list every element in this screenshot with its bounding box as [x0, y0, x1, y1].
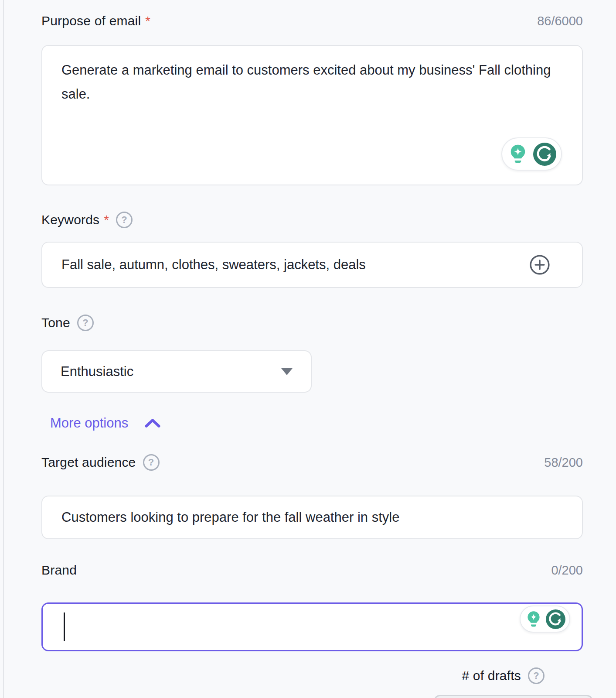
- text-cursor: [64, 612, 65, 641]
- add-keyword-button[interactable]: [529, 254, 551, 276]
- panel-left-border: [3, 0, 4, 698]
- keywords-help-icon[interactable]: ?: [116, 212, 133, 228]
- more-options-label: More options: [50, 415, 128, 431]
- purpose-textarea[interactable]: Generate a marketing email to customers …: [42, 46, 582, 185]
- drafts-select-partial[interactable]: [434, 695, 593, 698]
- grammarly-widget[interactable]: [501, 137, 562, 171]
- brand-header: Brand 0/200: [41, 561, 583, 580]
- keywords-label: Keywords: [41, 212, 99, 227]
- target-audience-header: Target audience ? 58/200: [41, 453, 583, 472]
- plus-circle-icon: [529, 254, 551, 276]
- keywords-field: [41, 242, 583, 288]
- drafts-help-icon[interactable]: ?: [528, 667, 545, 684]
- purpose-header: Purpose of email * 86/6000: [41, 11, 583, 31]
- target-audience-field: [41, 496, 583, 539]
- drafts-header: # of drafts ?: [41, 666, 583, 685]
- brand-field-focused: [41, 602, 583, 651]
- tone-header: Tone ?: [41, 313, 583, 332]
- tone-select[interactable]: Enthusiastic: [41, 350, 312, 393]
- keywords-input[interactable]: [42, 243, 582, 287]
- lightbulb-sparkle-icon[interactable]: [524, 610, 543, 628]
- email-generator-form: Purpose of email * 86/6000 Generate a ma…: [41, 0, 583, 698]
- grammarly-widget[interactable]: [520, 606, 570, 633]
- target-audience-help-icon[interactable]: ?: [143, 454, 160, 471]
- purpose-field: Generate a marketing email to customers …: [41, 45, 583, 185]
- required-asterisk: *: [145, 14, 150, 28]
- brand-char-counter: 0/200: [551, 563, 583, 578]
- purpose-label: Purpose of email: [41, 14, 141, 28]
- tone-selected-value: Enthusiastic: [61, 364, 133, 380]
- brand-input[interactable]: [43, 604, 582, 650]
- required-asterisk: *: [104, 212, 109, 227]
- purpose-char-counter: 86/6000: [537, 14, 583, 28]
- tone-label: Tone: [41, 315, 70, 330]
- grammarly-g-icon[interactable]: [546, 609, 565, 629]
- target-audience-label: Target audience: [41, 455, 136, 470]
- more-options-toggle[interactable]: More options: [50, 414, 161, 433]
- target-audience-char-counter: 58/200: [544, 455, 583, 470]
- lightbulb-sparkle-icon[interactable]: [507, 143, 529, 165]
- grammarly-g-icon[interactable]: [533, 143, 556, 166]
- keywords-header: Keywords * ?: [41, 210, 583, 229]
- brand-label: Brand: [41, 563, 77, 578]
- drafts-label: # of drafts: [462, 668, 521, 683]
- target-audience-input[interactable]: [42, 496, 582, 538]
- chevron-up-icon: [144, 417, 161, 429]
- chevron-down-icon: [281, 368, 293, 375]
- tone-help-icon[interactable]: ?: [77, 315, 94, 331]
